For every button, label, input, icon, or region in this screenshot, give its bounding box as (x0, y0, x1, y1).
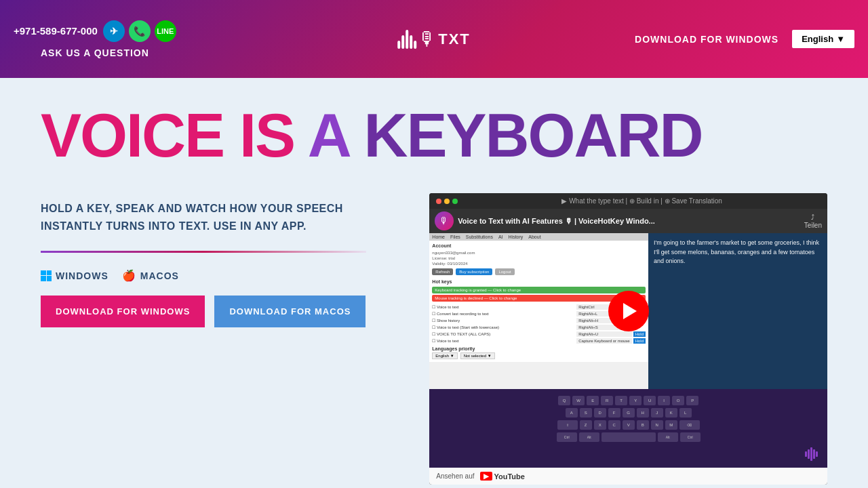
key-j: J (651, 408, 663, 418)
key-e: E (587, 396, 599, 405)
waveform-icon (805, 447, 818, 461)
key-s: S (580, 408, 592, 418)
key-m: M (665, 420, 677, 430)
text-output-panel: I'm going to the farmer's market to get … (648, 233, 827, 389)
windows-icon (41, 270, 52, 281)
language-label: English (802, 34, 833, 44)
key-w: W (572, 396, 585, 405)
key-n: N (651, 420, 663, 430)
tab-windows[interactable]: WINDOWS (41, 269, 108, 282)
key-alt-r: Alt (658, 432, 678, 442)
hero-section: VOICE IS A KEYBOARD (0, 78, 868, 193)
key-shift: ⇧ (557, 420, 578, 430)
apple-icon: 🍎 (122, 269, 136, 282)
download-buttons: DOWNLOAD FOR WINDOWS DOWNLOAD FOR MacOS (41, 296, 402, 327)
video-container: ▶ What the type text | ⊕ Build in | ⊕ Sa… (429, 193, 827, 485)
key-alt: Alt (579, 432, 599, 442)
keyboard-row-2: A S D F G H J K L (436, 408, 821, 418)
youtube-logo: ▶ YouTube (480, 472, 525, 481)
key-ctrl-r: Ctrl (680, 432, 701, 442)
key-t: T (615, 396, 627, 405)
phone-number: +971-589-677-000 ✈ 📞 LINE (14, 20, 176, 42)
content-left: HOLD A KEY, SPEAK AND WATCH HOW YOUR SPE… (41, 193, 402, 327)
windows-label: WINDOWS (56, 270, 108, 281)
logo-txt: TXT (438, 30, 471, 48)
key-u: U (644, 396, 656, 405)
video-title: Voice to Text with AI Features 🎙 | Voice… (458, 217, 800, 225)
app-menu: HomeFilesSubstitutionsAIHistoryAbout (429, 233, 648, 241)
play-triangle-icon (623, 303, 637, 319)
description-text: HOLD A KEY, SPEAK AND WATCH HOW YOUR SPE… (41, 200, 402, 235)
keyboard-row-1: Q W E R T Y U I O P (436, 396, 821, 405)
key-o: O (672, 396, 684, 405)
key-space (601, 432, 656, 442)
language-selector[interactable]: English ▼ (792, 30, 854, 48)
share-icon: ⤴ (811, 214, 814, 221)
key-l: L (679, 408, 692, 418)
header-right: DOWNLOAD FOR WINDOWS English ▼ (635, 30, 854, 48)
line-icon[interactable]: LINE (155, 20, 176, 42)
key-i: I (658, 396, 670, 405)
phone-text: +971-589-677-000 (14, 25, 98, 37)
key-y: Y (629, 396, 642, 405)
youtube-embed: 🎙 Voice to Text with AI Features 🎙 | Voi… (429, 209, 827, 485)
header-left: +971-589-677-000 ✈ 📞 LINE ASK US A QUEST… (14, 20, 176, 58)
keyboard-area: Q W E R T Y U I O P A S D (429, 389, 827, 468)
content-right: ▶ What the type text | ⊕ Build in | ⊕ Sa… (429, 193, 827, 485)
hero-title-voice: VOICE (41, 102, 239, 169)
download-windows-button[interactable]: DOWNLOAD FOR WINDOWS (41, 296, 205, 327)
key-z: Z (580, 420, 592, 430)
site-logo: 🎙 TXT (397, 28, 471, 50)
share-button[interactable]: ⤴ Teilen (804, 214, 822, 229)
whatsapp-icon[interactable]: 📞 (129, 20, 151, 42)
main-content: HOLD A KEY, SPEAK AND WATCH HOW YOUR SPE… (0, 193, 868, 488)
ansehen-text: Ansehen auf (436, 472, 474, 480)
close-dot (436, 199, 441, 204)
key-f: F (608, 408, 620, 418)
play-button[interactable] (608, 291, 649, 331)
key-q: Q (558, 396, 570, 405)
key-d: D (594, 408, 606, 418)
hero-title-is: IS (239, 102, 308, 169)
ask-question-link[interactable]: ASK US A QUESTION (14, 47, 176, 58)
key-x: X (594, 420, 606, 430)
hero-title-a: A (308, 102, 364, 169)
youtube-label: YouTube (494, 472, 525, 481)
key-v: V (623, 420, 635, 430)
expand-dot (452, 199, 458, 204)
channel-avatar: 🎙 (435, 211, 454, 230)
video-bottom-bar: Ansehen auf ▶ YouTube (429, 468, 827, 485)
key-p: P (686, 396, 698, 405)
key-backspace: ⌫ (679, 420, 700, 430)
share-label: Teilen (804, 222, 822, 229)
telegram-icon[interactable]: ✈ (103, 20, 125, 42)
key-k: K (665, 408, 677, 418)
key-ctrl: Ctrl (557, 432, 577, 442)
macos-label: MACOS (140, 270, 179, 281)
yt-header-row: 🎙 Voice to Text with AI Features 🎙 | Voi… (429, 209, 827, 233)
video-top-bar: ▶ What the type text | ⊕ Build in | ⊕ Sa… (429, 193, 827, 209)
video-screenshot: HomeFilesSubstitutionsAIHistoryAbout Acc… (429, 233, 827, 389)
divider (41, 251, 366, 253)
hero-title-keyboard: KEYBOARD (363, 102, 702, 169)
key-h: H (637, 408, 649, 418)
social-icons: ✈ 📞 LINE (103, 20, 176, 42)
header-download-windows-link[interactable]: DOWNLOAD FOR WINDOWS (635, 34, 778, 45)
platform-tabs: WINDOWS 🍎 MACOS (41, 269, 402, 282)
chevron-down-icon: ▼ (836, 34, 845, 44)
site-header: +971-589-677-000 ✈ 📞 LINE ASK US A QUEST… (0, 0, 868, 78)
hero-title: VOICE IS A KEYBOARD (41, 105, 827, 166)
logo-icon: 🎙 TXT (397, 28, 471, 50)
key-b: B (637, 420, 649, 430)
download-mac-button[interactable]: DOWNLOAD FOR MacOS (214, 296, 366, 327)
video-title-bar: ▶ What the type text | ⊕ Build in | ⊕ Sa… (463, 197, 821, 205)
keyboard-row-4: Ctrl Alt Alt Ctrl (436, 432, 821, 442)
window-dots (436, 199, 458, 204)
key-r: R (601, 396, 613, 405)
key-a: A (566, 408, 578, 418)
waveform-area (436, 447, 821, 461)
mic-icon: 🎙 (418, 28, 437, 50)
tab-macos[interactable]: 🍎 MACOS (122, 269, 179, 282)
key-g: G (623, 408, 635, 418)
keyboard-row-3: ⇧ Z X C V B N M ⌫ (436, 420, 821, 430)
